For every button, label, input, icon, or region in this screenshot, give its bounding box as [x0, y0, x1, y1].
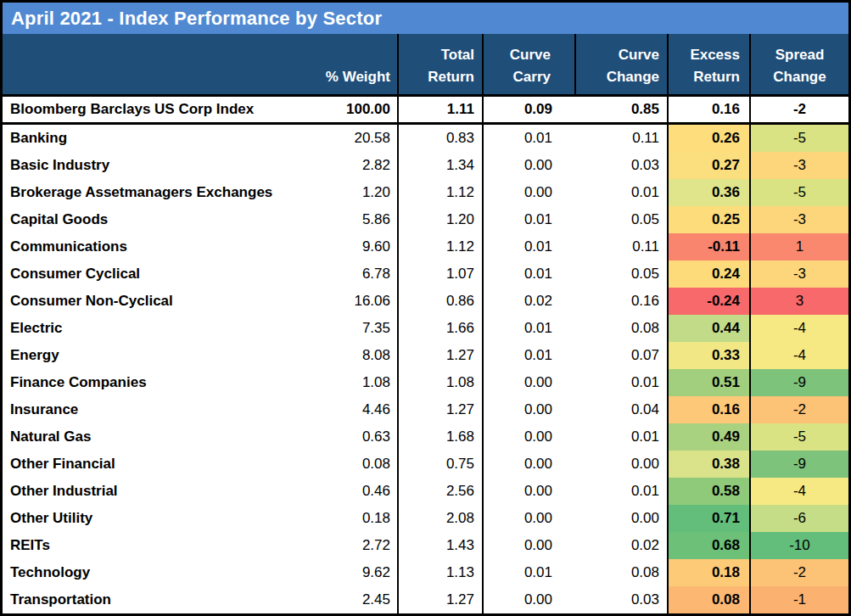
- sector-name-cell: Natural Gas: [3, 423, 267, 451]
- curve-change-cell: 0.03: [576, 152, 669, 179]
- weight-cell: 8.08: [267, 342, 399, 369]
- total-return-cell: 1.12: [399, 179, 484, 206]
- column-header-spread-change: Spread Change: [751, 34, 848, 94]
- excess-return-cell: -0.24: [669, 288, 751, 315]
- weight-cell: 9.62: [267, 559, 399, 586]
- curve-carry-cell: 0.00: [484, 586, 576, 613]
- curve-carry-cell: 0.01: [484, 315, 576, 342]
- excess-return-cell: 0.27: [669, 152, 751, 179]
- curve-carry-cell: 0.00: [484, 532, 576, 559]
- spread-change-cell: -4: [751, 315, 848, 342]
- curve-change-cell: 0.00: [576, 451, 669, 478]
- weight-cell: 2.45: [267, 586, 399, 613]
- weight-cell: 6.78: [267, 260, 399, 288]
- table-row: Consumer Cyclical 6.78 1.07 0.01 0.05 0.…: [3, 260, 848, 288]
- curve-change-cell: 0.05: [576, 260, 669, 288]
- sector-rows: Banking 20.58 0.83 0.01 0.11 0.26 -5 Bas…: [3, 125, 848, 613]
- total-return-cell: 1.27: [399, 396, 484, 423]
- curve-change-cell: 0.08: [576, 315, 669, 342]
- spread-change-cell: -1: [751, 586, 848, 613]
- total-return-cell: 2.08: [399, 505, 484, 532]
- curve-change-cell: 0.05: [576, 206, 669, 233]
- total-return-cell: 1.68: [399, 423, 484, 451]
- column-header-curve-carry: Curve Carry: [484, 34, 576, 94]
- column-header-excess-return: Excess Return: [669, 34, 751, 94]
- column-header-weight: % Weight: [267, 34, 399, 94]
- curve-change-cell: 0.02: [576, 532, 669, 559]
- spread-change-cell: -5: [751, 423, 848, 451]
- weight-cell: 20.58: [267, 125, 399, 152]
- title-bar: April 2021 - Index Performance by Sector: [3, 3, 848, 34]
- table-row: Energy 8.08 1.27 0.01 0.07 0.33 -4: [3, 342, 848, 369]
- table-row: Other Financial 0.08 0.75 0.00 0.00 0.38…: [3, 451, 848, 478]
- weight-cell: 0.46: [267, 478, 399, 505]
- table-row: Other Industrial 0.46 2.56 0.00 0.01 0.5…: [3, 478, 848, 505]
- sector-name-cell: Energy: [3, 342, 267, 369]
- sector-name-cell: Transportation: [3, 586, 267, 613]
- curve-carry-cell: 0.01: [484, 559, 576, 586]
- weight-cell: 0.18: [267, 505, 399, 532]
- index-summary-row: Bloomberg Barclays US Corp Index 100.00 …: [3, 97, 848, 125]
- curve-change-cell: 0.11: [576, 233, 669, 260]
- total-return-cell: 1.43: [399, 532, 484, 559]
- sector-name-cell: Communications: [3, 233, 267, 260]
- weight-cell: 9.60: [267, 233, 399, 260]
- total-return-cell: 2.56: [399, 478, 484, 505]
- total-return-cell: 1.34: [399, 152, 484, 179]
- spread-change-cell: -2: [751, 559, 848, 586]
- table-row: Insurance 4.46 1.27 0.00 0.04 0.16 -2: [3, 396, 848, 423]
- curve-change-cell: 0.00: [576, 505, 669, 532]
- table-row: Transportation 2.45 1.27 0.00 0.03 0.08 …: [3, 586, 848, 613]
- total-return-cell: 0.86: [399, 288, 484, 315]
- total-return-cell: 1.66: [399, 315, 484, 342]
- curve-change-cell: 0.01: [576, 423, 669, 451]
- excess-return-cell: -0.11: [669, 233, 751, 260]
- curve-carry-cell: 0.01: [484, 206, 576, 233]
- curve-change-cell: 0.01: [576, 179, 669, 206]
- curve-change-cell: 0.03: [576, 586, 669, 613]
- sector-name-cell: Bloomberg Barclays US Corp Index: [3, 97, 267, 122]
- page-title: April 2021 - Index Performance by Sector: [11, 8, 382, 30]
- table-row: Electric 7.35 1.66 0.01 0.08 0.44 -4: [3, 315, 848, 342]
- total-return-cell: 0.83: [399, 125, 484, 152]
- curve-carry-cell: 0.09: [484, 97, 576, 122]
- excess-return-cell: 0.08: [669, 586, 751, 613]
- sector-name-cell: Insurance: [3, 396, 267, 423]
- weight-cell: 0.63: [267, 423, 399, 451]
- table-row: Consumer Non-Cyclical 16.06 0.86 0.02 0.…: [3, 288, 848, 315]
- curve-carry-cell: 0.00: [484, 396, 576, 423]
- excess-return-cell: 0.51: [669, 369, 751, 396]
- spread-change-cell: -3: [751, 260, 848, 288]
- curve-carry-cell: 0.00: [484, 423, 576, 451]
- excess-return-cell: 0.33: [669, 342, 751, 369]
- spread-change-cell: 1: [751, 233, 848, 260]
- excess-return-cell: 0.18: [669, 559, 751, 586]
- weight-cell: 1.08: [267, 369, 399, 396]
- curve-change-cell: 0.08: [576, 559, 669, 586]
- weight-cell: 5.86: [267, 206, 399, 233]
- curve-change-cell: 0.01: [576, 478, 669, 505]
- spread-change-cell: -9: [751, 451, 848, 478]
- total-return-cell: 1.20: [399, 206, 484, 233]
- spread-change-cell: -4: [751, 342, 848, 369]
- curve-carry-cell: 0.01: [484, 342, 576, 369]
- weight-cell: 100.00: [267, 97, 399, 122]
- table-row: Brokerage Assetmanagers Exchanges 1.20 1…: [3, 179, 848, 206]
- weight-cell: 1.20: [267, 179, 399, 206]
- curve-carry-cell: 0.01: [484, 233, 576, 260]
- spread-change-cell: -3: [751, 206, 848, 233]
- excess-return-cell: 0.26: [669, 125, 751, 152]
- excess-return-cell: 0.71: [669, 505, 751, 532]
- table-row: Banking 20.58 0.83 0.01 0.11 0.26 -5: [3, 125, 848, 152]
- spread-change-cell: 3: [751, 288, 848, 315]
- total-return-cell: 1.13: [399, 559, 484, 586]
- sector-name-cell: Consumer Non-Cyclical: [3, 288, 267, 315]
- weight-cell: 7.35: [267, 315, 399, 342]
- sector-name-cell: Basic Industry: [3, 152, 267, 179]
- table-row: Basic Industry 2.82 1.34 0.00 0.03 0.27 …: [3, 152, 848, 179]
- weight-cell: 16.06: [267, 288, 399, 315]
- spread-change-cell: -3: [751, 152, 848, 179]
- curve-change-cell: 0.01: [576, 369, 669, 396]
- curve-carry-cell: 0.00: [484, 451, 576, 478]
- total-return-cell: 1.27: [399, 586, 484, 613]
